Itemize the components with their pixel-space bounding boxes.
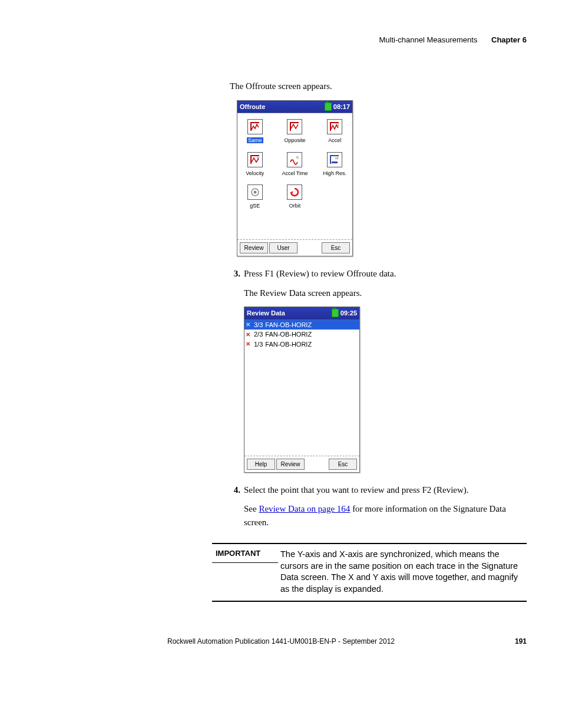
see-paragraph: See Review Data on page 164 for more inf… [244, 502, 527, 529]
offroute-item-velocity: V Velocity [242, 152, 268, 178]
header-section-title: Multi-channel Measurements [379, 35, 478, 44]
step-3-number: 3. [230, 267, 244, 281]
svg-text:G: G [296, 156, 299, 159]
offroute-titlebar: Offroute 08:17 [237, 101, 352, 114]
see-prefix: See [244, 504, 259, 513]
x-icon: ✕ [246, 340, 252, 348]
battery-icon [332, 309, 339, 317]
high-res-icon: x2 [327, 152, 342, 167]
review-review-button: Review [276, 459, 305, 470]
step-4-number: 4. [230, 483, 244, 497]
offroute-item-orbit: Orbit [282, 185, 308, 210]
offroute-item-same: Same [242, 119, 268, 145]
offroute-icon-grid: Same Opposite G Accel [241, 119, 349, 210]
important-text: The Y-axis and X-axis are synchronized, … [278, 544, 527, 601]
offroute-time: 08:17 [333, 102, 350, 112]
offroute-label-accel-time: Accel Time [282, 170, 308, 176]
footer-publication: Rockwell Automation Publication 1441-UM0… [167, 637, 395, 645]
gse-icon [247, 185, 263, 200]
review-row-name: FAN-OB-HORIZ [265, 330, 312, 340]
velocity-icon: V [247, 152, 263, 167]
svg-point-6 [253, 191, 256, 194]
offroute-user-button: User [269, 242, 297, 253]
step-3-followup: The Review Data screen appears. [244, 286, 527, 300]
step-4-text: Select the point that you want to review… [244, 485, 469, 495]
page-header: Multi-channel Measurements Chapter 6 [35, 35, 527, 44]
header-chapter: Chapter 6 [491, 35, 527, 44]
x-icon: ✕ [246, 330, 252, 339]
svg-text:x2: x2 [335, 156, 339, 160]
review-row-idx: 1/3 [254, 340, 263, 350]
review-title: Review Data [247, 308, 285, 318]
important-label: IMPORTANT [212, 544, 278, 563]
offroute-review-button: Review [240, 242, 268, 253]
offroute-title: Offroute [240, 102, 265, 112]
review-time: 09:25 [340, 308, 357, 318]
intro-paragraph: The Offroute screen appears. [230, 80, 527, 93]
offroute-item-gse: gSE [242, 185, 268, 210]
document-page: Multi-channel Measurements Chapter 6 The… [0, 0, 562, 669]
offroute-label-velocity: Velocity [246, 170, 264, 176]
svg-rect-4 [332, 162, 338, 163]
offroute-device-screenshot: Offroute 08:17 Same [237, 100, 353, 257]
review-data-list: ✕ 3/3 FAN-OB-HORIZ ✕ 2/3 FAN-OB-HORIZ ✕ … [244, 320, 359, 350]
review-help-button: Help [247, 459, 275, 470]
offroute-item-opposite: Opposite [282, 119, 308, 145]
review-row-name: FAN-OB-HORIZ [265, 320, 312, 330]
review-device-screenshot: Review Data 09:25 ✕ 3/3 FAN-OB-HORIZ ✕ 2… [244, 307, 360, 473]
offroute-label-gse: gSE [250, 203, 260, 209]
step-3-text: Press F1 (Review) to review Offroute dat… [244, 269, 396, 278]
waveform-opposite-icon [287, 119, 302, 134]
offroute-label-opposite: Opposite [284, 137, 305, 143]
step-3: 3.Press F1 (Review) to review Offroute d… [244, 267, 527, 281]
review-row-idx: 3/3 [254, 320, 263, 330]
footer-page-number: 191 [515, 637, 527, 645]
orbit-icon [287, 185, 302, 200]
offroute-item-accel: G Accel [322, 119, 348, 145]
offroute-label-orbit: Orbit [289, 203, 301, 209]
accel-icon: G [327, 119, 342, 134]
review-data-link[interactable]: Review Data on page 164 [259, 504, 350, 513]
offroute-label-accel: Accel [328, 137, 341, 143]
battery-icon [325, 103, 332, 111]
accel-time-icon: G [287, 152, 302, 167]
page-footer: Rockwell Automation Publication 1441-UM0… [35, 637, 527, 645]
review-row: ✕ 1/3 FAN-OB-HORIZ [244, 340, 359, 350]
review-titlebar: Review Data 09:25 [244, 307, 359, 320]
review-row-selected: ✕ 3/3 FAN-OB-HORIZ [244, 320, 359, 330]
review-row-idx: 2/3 [254, 330, 263, 340]
offroute-esc-button: Esc [322, 242, 350, 253]
review-row-name: FAN-OB-HORIZ [265, 340, 312, 350]
x-icon: ✕ [246, 320, 252, 329]
review-esc-button: Esc [329, 459, 357, 470]
offroute-label-same: Same [247, 137, 263, 143]
important-callout: IMPORTANT The Y-axis and X-axis are sync… [212, 543, 527, 602]
review-row: ✕ 2/3 FAN-OB-HORIZ [244, 330, 359, 340]
waveform-icon [247, 119, 263, 134]
step-4: 4.Select the point that you want to revi… [244, 483, 527, 497]
offroute-item-high-res: x2 High Res. [322, 152, 348, 178]
offroute-label-high-res: High Res. [323, 170, 346, 176]
offroute-item-accel-time: G Accel Time [282, 152, 308, 178]
